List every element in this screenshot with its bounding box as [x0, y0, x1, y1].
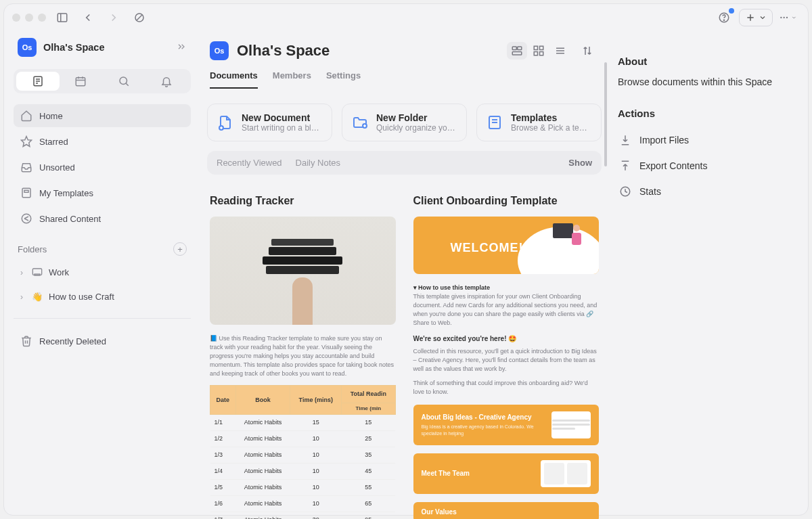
svg-point-10	[786, 17, 788, 18]
folder-label: How to use Craft	[49, 292, 114, 302]
card-templates[interactable]: TemplatesBrowse & Pick a te…	[476, 104, 602, 141]
star-icon	[20, 135, 32, 148]
doc-title: Client Onboarding Template	[413, 195, 600, 207]
svg-point-5	[723, 20, 724, 20]
main: Os Olha's Space Documents Members Settin…	[200, 31, 808, 515]
traffic-close[interactable]	[12, 14, 20, 22]
sidebar-item-label: Unsorted	[39, 162, 75, 173]
chevron-right-icon: ›	[18, 268, 26, 277]
table-row: 1/2Atomic Habits1025	[210, 430, 396, 447]
sidebar-item-trash[interactable]: Recently Deleted	[14, 330, 191, 353]
share-icon	[20, 212, 32, 225]
content: Os Olha's Space Documents Members Settin…	[200, 31, 608, 515]
chevron-right-icon: ›	[18, 292, 26, 302]
traffic-max[interactable]	[38, 14, 46, 22]
chevron-right-icon	[176, 41, 187, 54]
doc-title: Reading Tracker	[210, 195, 396, 207]
svg-line-3	[137, 15, 142, 20]
sidebar-item-label: Shared Content	[39, 214, 101, 224]
nav-back-icon[interactable]	[78, 9, 97, 26]
card-new-folder[interactable]: New FolderQuickly organize yo…	[342, 104, 467, 141]
doc-cover-image: WELCOME!	[413, 217, 600, 274]
add-folder-icon[interactable]: +	[173, 242, 187, 256]
table-row: 1/7Atomic Habits3095	[210, 512, 396, 519]
ob-about-sub: Big Ideas is a creative agency based in …	[422, 424, 544, 437]
quickfilter-bar: Recently Viewed Daily Notes Show	[207, 151, 602, 175]
sort-icon[interactable]	[577, 42, 597, 60]
app-window: Os Olha's Space	[3, 3, 809, 516]
svg-rect-27	[512, 47, 516, 50]
new-folder-icon	[352, 114, 368, 131]
action-export-contents[interactable]: Export Contents	[618, 154, 794, 177]
new-button[interactable]	[739, 9, 773, 26]
onboarding-block-team: Meet The Team	[413, 453, 600, 494]
svg-rect-30	[534, 46, 537, 49]
block-icon[interactable]	[130, 9, 149, 26]
folder-item-howto[interactable]: › 👋 How to use Craft	[14, 286, 191, 307]
sidebar-seg-docs-icon[interactable]	[16, 72, 60, 91]
card-title: New Document	[242, 112, 319, 123]
howto-toggle-title: How to use this template	[413, 284, 600, 292]
folder-item-work[interactable]: › Work	[14, 261, 191, 284]
sidebar-item-templates[interactable]: My Templates	[14, 181, 191, 204]
welcome-text: WELCOME!	[451, 241, 524, 255]
space-name: Olha's Space	[43, 42, 105, 53]
sidebar-seg-search-icon[interactable]	[102, 72, 145, 91]
view-list-icon[interactable]	[550, 42, 570, 60]
sidebar-item-home[interactable]: Home	[14, 104, 191, 127]
reading-table: Date Book Time (mins) Total Readin Time …	[210, 385, 396, 519]
traffic-min[interactable]	[25, 14, 33, 22]
view-cards-icon[interactable]	[507, 42, 527, 60]
filter-show[interactable]: Show	[568, 158, 592, 168]
sidebar-item-starred[interactable]: Starred	[14, 130, 191, 153]
actions-list: Import Files Export Contents Stats	[618, 129, 794, 203]
sidebar-item-label: Home	[39, 111, 63, 121]
help-icon[interactable]	[715, 9, 734, 26]
action-import-files[interactable]: Import Files	[618, 129, 794, 152]
page-title: Olha's Space	[237, 42, 330, 60]
rpanel-about-desc: Browse documents within this Space	[618, 76, 794, 87]
tab-settings[interactable]: Settings	[326, 70, 361, 89]
page-icon: Os	[210, 41, 229, 60]
action-label: Import Files	[639, 135, 689, 145]
sidebar-item-unsorted[interactable]: Unsorted	[14, 156, 191, 179]
view-switcher	[505, 41, 599, 61]
onboarding-block-about: About Big Ideas - Creative Agency Big Id…	[413, 405, 600, 445]
table-row: 1/6Atomic Habits1065	[210, 496, 396, 512]
tab-members[interactable]: Members	[273, 70, 311, 89]
svg-rect-28	[518, 47, 522, 50]
action-stats[interactable]: Stats	[618, 180, 794, 203]
tab-documents[interactable]: Documents	[210, 70, 258, 89]
doc-cover-image	[210, 217, 396, 325]
folders-header-label: Folders	[18, 244, 47, 254]
sidebar-seg-calendar-icon[interactable]	[60, 72, 103, 91]
toggle-sidebar-icon[interactable]	[53, 9, 72, 26]
space-tabs: Documents Members Settings	[207, 61, 602, 89]
filter-recently-viewed[interactable]: Recently Viewed	[217, 158, 282, 168]
svg-rect-32	[534, 52, 537, 55]
page-header: Os Olha's Space	[207, 41, 602, 61]
space-icon: Os	[18, 38, 37, 57]
export-icon	[619, 160, 631, 172]
howto-text: This template gives inspiration for your…	[413, 292, 600, 328]
sidebar-mode-segment	[14, 69, 191, 93]
sidebar-seg-bell-icon[interactable]	[145, 72, 189, 91]
filter-daily-notes[interactable]: Daily Notes	[296, 158, 340, 168]
ob-values-title: Our Values	[422, 507, 591, 516]
document-card-client-onboarding[interactable]: Client Onboarding Template WELCOME! How …	[413, 195, 600, 519]
action-label: Stats	[639, 186, 661, 197]
card-new-document[interactable]: New DocumentStart writing on a bl…	[207, 104, 332, 141]
space-switcher[interactable]: Os Olha's Space	[14, 34, 191, 61]
document-card-reading-tracker[interactable]: Reading Tracker 📘 Use this Reading Track…	[210, 195, 396, 519]
mini-card	[551, 411, 591, 438]
titlebar	[4, 4, 808, 31]
view-grid-icon[interactable]	[528, 42, 549, 60]
scrollbar[interactable]	[604, 62, 607, 166]
home-icon	[20, 110, 32, 122]
table-row: 1/4Atomic Habits1045	[210, 464, 396, 480]
svg-line-20	[126, 83, 129, 86]
more-menu-icon[interactable]	[778, 9, 797, 26]
templates-icon	[487, 114, 503, 131]
sidebar-item-shared[interactable]: Shared Content	[14, 207, 191, 230]
window-controls[interactable]	[12, 14, 46, 22]
